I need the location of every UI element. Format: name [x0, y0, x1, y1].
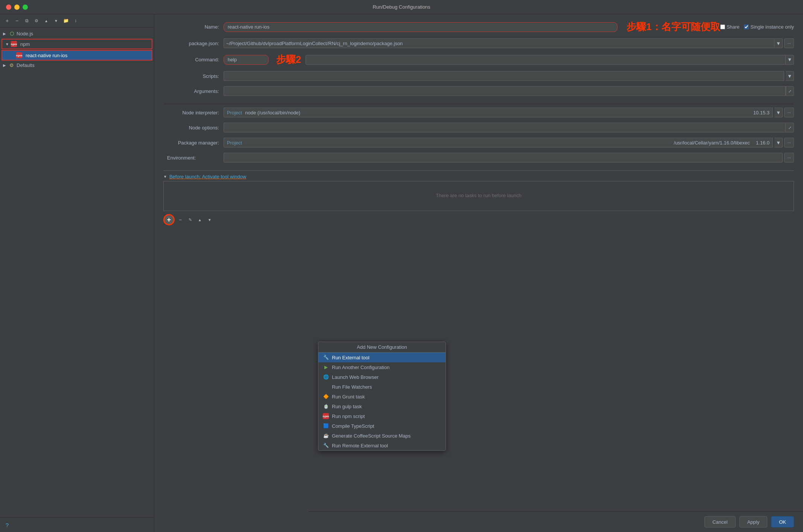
- menu-item-run-another[interactable]: ▶ Run Another Configuration: [318, 362, 446, 372]
- menu-item-gulp[interactable]: 🍵 Run gulp task: [318, 401, 446, 411]
- environment-input[interactable]: [224, 153, 783, 163]
- single-instance-label[interactable]: Single instance only: [744, 24, 794, 30]
- package-json-more[interactable]: ···: [784, 38, 794, 48]
- pkg-manager-path: /usr/local/Cellar/yarn/1.16.0/libexec: [245, 140, 750, 146]
- name-input[interactable]: react-native run-ios: [224, 22, 617, 32]
- node-options-field: ⤢: [224, 123, 794, 132]
- arguments-expand[interactable]: ⤢: [786, 86, 794, 96]
- interpreter-project: Project: [227, 110, 242, 116]
- menu-item-grunt-label: Run Grunt task: [332, 394, 365, 400]
- menu-item-launch-browser-label: Launch Web Browser: [332, 374, 379, 380]
- arguments-row: Arguments: ⤢: [163, 86, 794, 96]
- arrow-down-button[interactable]: ▼: [52, 17, 60, 25]
- single-instance-text: Single instance only: [750, 24, 794, 30]
- arguments-label: Arguments:: [163, 88, 224, 94]
- node-options-label: Node options:: [163, 125, 224, 131]
- arguments-input[interactable]: [224, 86, 786, 96]
- folder-button[interactable]: 📁: [62, 17, 70, 25]
- before-launch-content: There are no tasks to run before launch: [163, 181, 794, 211]
- npm-label: npm: [20, 41, 30, 47]
- rn-icon: npm: [16, 52, 23, 59]
- share-label: Share: [727, 24, 740, 30]
- node-interpreter-more[interactable]: ···: [784, 108, 794, 117]
- copy-config-button[interactable]: ⧉: [23, 17, 31, 25]
- arrow-up-button[interactable]: ▲: [42, 17, 50, 25]
- menu-item-grunt[interactable]: 🔶 Run Grunt task: [318, 392, 446, 401]
- menu-item-remote-external-label: Run Remote External tool: [332, 443, 388, 448]
- cancel-button[interactable]: Cancel: [704, 516, 735, 527]
- command-field: 步驟2 ▼: [224, 53, 794, 66]
- file-watchers-icon: [323, 384, 329, 390]
- single-instance-checkbox[interactable]: [744, 24, 749, 29]
- node-interpreter-dropdown[interactable]: ▼: [774, 108, 783, 117]
- environment-more[interactable]: ···: [784, 153, 794, 163]
- sort-button[interactable]: ↕: [71, 17, 80, 25]
- before-launch-label: Before launch: Activate tool window: [169, 174, 246, 179]
- ok-button[interactable]: OK: [771, 516, 794, 527]
- add-config-button[interactable]: +: [3, 17, 11, 25]
- before-launch-header[interactable]: ▼ Before launch: Activate tool window: [163, 170, 794, 181]
- environment-label: Environment:: [163, 155, 224, 161]
- scripts-dropdown[interactable]: ▼: [786, 71, 794, 81]
- launch-down-button[interactable]: ▼: [205, 216, 214, 224]
- share-area: Share Single instance only: [720, 24, 794, 30]
- menu-item-launch-browser[interactable]: 🌐 Launch Web Browser: [318, 372, 446, 382]
- launch-add-button[interactable]: +: [163, 214, 175, 225]
- minimize-button[interactable]: [14, 5, 20, 10]
- run-external-icon: 🔧: [323, 354, 329, 360]
- share-checkbox[interactable]: [720, 24, 725, 29]
- launch-up-button[interactable]: ▲: [196, 216, 204, 224]
- menu-item-remote-external[interactable]: 🔧 Run Remote External tool: [318, 441, 446, 450]
- menu-item-coffeescript[interactable]: ☕ Generate CoffeeScript Source Maps: [318, 431, 446, 441]
- package-json-input[interactable]: [224, 38, 774, 48]
- maximize-button[interactable]: [23, 5, 28, 10]
- scripts-input[interactable]: [224, 71, 784, 81]
- help-button[interactable]: ?: [3, 521, 11, 529]
- pkg-manager-project: Project: [227, 140, 242, 146]
- command-dropdown[interactable]: ▼: [786, 55, 794, 65]
- before-launch-section: ▼ Before launch: Activate tool window Th…: [163, 170, 794, 227]
- menu-item-file-watchers-label: Run File Watchers: [332, 384, 372, 390]
- command-extra-input[interactable]: [306, 55, 786, 65]
- launch-remove-button[interactable]: −: [176, 216, 184, 224]
- gulp-icon: 🍵: [323, 403, 329, 409]
- remove-config-button[interactable]: −: [13, 17, 21, 25]
- menu-item-typescript-label: Compile TypeScript: [332, 423, 374, 429]
- nodejs-icon: ⬡: [8, 30, 15, 37]
- tree-item-react-native[interactable]: npm react-native run-ios: [2, 50, 152, 61]
- menu-item-coffeescript-label: Generate CoffeeScript Source Maps: [332, 433, 411, 439]
- window-title: Run/Debug Configurations: [373, 4, 430, 10]
- pkg-manager-more[interactable]: ···: [784, 138, 794, 147]
- close-button[interactable]: [6, 5, 11, 10]
- apply-button[interactable]: Apply: [739, 516, 768, 527]
- dropdown-menu-header: Add New Configuration: [318, 342, 446, 353]
- tree-item-npm[interactable]: ▼ npm npm: [2, 39, 152, 49]
- menu-item-npm[interactable]: npm Run npm script: [318, 411, 446, 421]
- settings-button[interactable]: ⚙: [32, 17, 41, 25]
- main-container: + − ⧉ ⚙ ▲ ▼ 📁 ↕ ▶ ⬡ Node.js ▼ npm npm: [0, 14, 803, 532]
- name-label: Name:: [163, 24, 224, 30]
- rn-arrow: [11, 53, 16, 58]
- launch-toolbar: 步驟3 + − ✎ ▲ ▼: [163, 213, 794, 227]
- tree-item-defaults[interactable]: ▶ ⚙ Defaults: [0, 61, 154, 70]
- package-json-dropdown[interactable]: ▼: [774, 38, 783, 48]
- left-panel: + − ⧉ ⚙ ▲ ▼ 📁 ↕ ▶ ⬡ Node.js ▼ npm npm: [0, 14, 154, 532]
- pkg-manager-dropdown[interactable]: ▼: [774, 138, 783, 147]
- launch-edit-button[interactable]: ✎: [186, 216, 194, 224]
- window-controls: [6, 5, 28, 10]
- before-launch-empty: There are no tasks to run before launch: [164, 181, 794, 210]
- menu-item-file-watchers[interactable]: Run File Watchers: [318, 382, 446, 392]
- node-options-expand[interactable]: ⤢: [786, 123, 794, 132]
- npm-arrow: ▼: [5, 42, 11, 46]
- menu-item-typescript[interactable]: 🟦 Compile TypeScript: [318, 421, 446, 431]
- grunt-icon: 🔶: [323, 394, 329, 400]
- step1-annotation: 步驟1：名字可随便取: [627, 20, 720, 33]
- share-checkbox-label[interactable]: Share: [720, 24, 740, 30]
- node-options-input[interactable]: [224, 123, 786, 132]
- name-row: Name: react-native run-ios 步驟1：名字可随便取 Sh…: [163, 20, 794, 33]
- menu-item-run-external[interactable]: 🔧 Run External tool: [318, 353, 446, 362]
- menu-item-run-another-label: Run Another Configuration: [332, 365, 389, 370]
- tree-item-nodejs[interactable]: ▶ ⬡ Node.js: [0, 29, 154, 38]
- left-bottom: ?: [0, 517, 154, 532]
- command-input[interactable]: [224, 55, 269, 65]
